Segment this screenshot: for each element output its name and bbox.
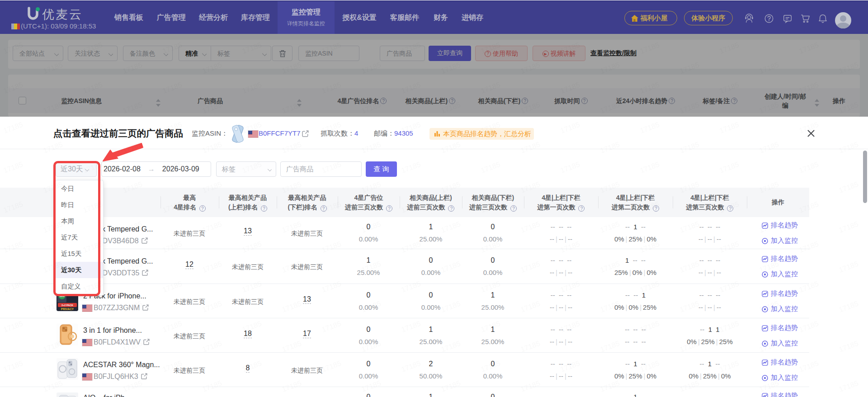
svg-text:PRIVACY: PRIVACY: [61, 307, 74, 311]
svg-text:2+2 PACK: 2+2 PACK: [61, 304, 73, 307]
